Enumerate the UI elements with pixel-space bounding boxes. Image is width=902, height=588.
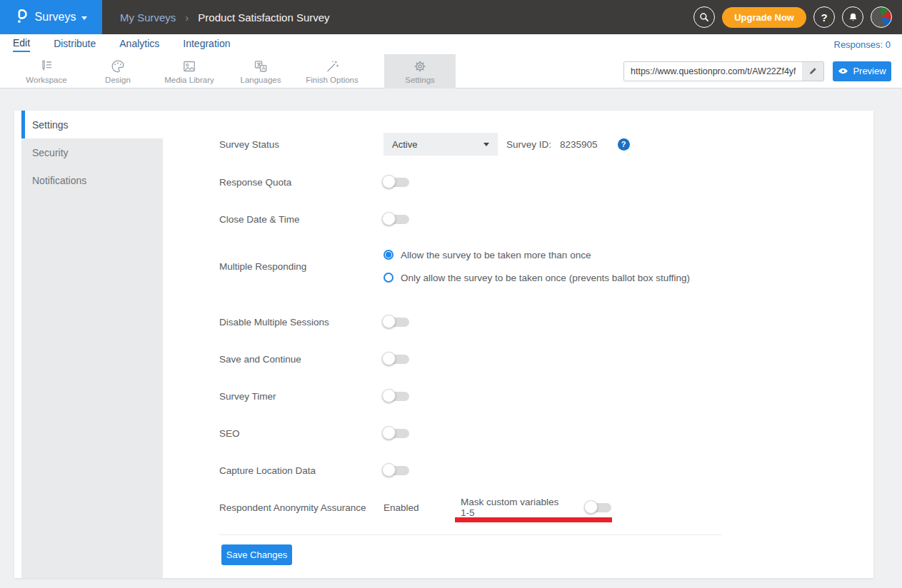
edit-toolbar: Workspace Design Media Library bbox=[0, 54, 902, 88]
edit-url-button[interactable] bbox=[802, 62, 823, 81]
chevron-down-icon bbox=[483, 143, 489, 146]
red-annotation-underline bbox=[455, 517, 612, 522]
tab-integration[interactable]: Integration bbox=[183, 38, 230, 51]
tab-distribute[interactable]: Distribute bbox=[54, 38, 96, 51]
anonymity-status: Enabled bbox=[384, 502, 461, 513]
question-mark-icon: ? bbox=[821, 11, 827, 24]
disable-multiple-sessions-row: Disable Multiple Sessions bbox=[219, 303, 873, 340]
preview-button[interactable]: Preview bbox=[833, 61, 891, 81]
save-and-continue-row: Save and Continue bbox=[219, 340, 873, 377]
survey-subnav: Edit Distribute Analytics Integration Re… bbox=[0, 34, 902, 54]
toolbar-item-label: Design bbox=[105, 76, 131, 84]
survey-timer-row: Survey Timer bbox=[219, 377, 873, 415]
close-date-time-row: Close Date & Time bbox=[219, 201, 873, 238]
seo-toggle[interactable] bbox=[384, 429, 409, 438]
toolbar-item-label: Settings bbox=[405, 76, 435, 84]
survey-status-label: Survey Status bbox=[219, 139, 384, 150]
multiple-responding-options: Allow the survey to be taken more than o… bbox=[384, 243, 690, 289]
notifications-button[interactable] bbox=[842, 6, 863, 28]
survey-id-label: Survey ID: bbox=[506, 139, 551, 150]
survey-status-dropdown[interactable]: Active bbox=[384, 133, 498, 156]
save-and-continue-toggle[interactable] bbox=[384, 355, 409, 364]
radio-selected-icon bbox=[384, 250, 394, 260]
toolbar-item-label: Languages bbox=[241, 76, 281, 84]
toolbar-item-label: Media Library bbox=[164, 76, 214, 84]
workspace-icon bbox=[39, 59, 54, 74]
survey-status-row: Survey Status Active Survey ID: 8235905 bbox=[219, 133, 873, 156]
bell-icon bbox=[848, 11, 858, 23]
response-quota-toggle[interactable] bbox=[384, 178, 409, 187]
mask-custom-variables-toggle[interactable] bbox=[586, 503, 611, 512]
breadcrumb: My Surveys › Product Satisfaction Survey bbox=[120, 11, 330, 24]
settings-card: Settings Security Notifications Survey S… bbox=[14, 111, 873, 578]
survey-timer-toggle[interactable] bbox=[384, 392, 409, 401]
survey-id-help-icon[interactable] bbox=[618, 138, 630, 151]
media-library-icon bbox=[181, 59, 197, 74]
product-label: Surveys bbox=[35, 11, 76, 24]
avatar[interactable] bbox=[871, 6, 892, 28]
survey-url-box bbox=[623, 61, 824, 81]
toolbar-item-languages[interactable]: A Languages bbox=[225, 54, 296, 88]
toolbar-item-finish-options[interactable]: Finish Options bbox=[296, 54, 368, 88]
settings-content: Settings Security Notifications Survey S… bbox=[0, 88, 902, 578]
toolbar-item-label: Workspace bbox=[26, 76, 66, 84]
eye-icon bbox=[838, 67, 848, 75]
chevron-down-icon bbox=[81, 16, 87, 20]
response-quota-row: Response Quota bbox=[219, 163, 873, 201]
toolbar-item-label: Finish Options bbox=[306, 76, 359, 84]
responses-count: Responses: 0 bbox=[834, 39, 891, 50]
disable-multiple-sessions-toggle[interactable] bbox=[384, 318, 409, 327]
questionpro-logo-icon bbox=[15, 9, 29, 26]
pencil-icon bbox=[808, 66, 818, 76]
settings-main: Survey Status Active Survey ID: 8235905 … bbox=[163, 111, 873, 578]
sidebar-item-settings[interactable]: Settings bbox=[21, 111, 163, 138]
preview-label: Preview bbox=[853, 66, 886, 76]
toolbar-right: Preview bbox=[623, 61, 891, 81]
capture-location-data-toggle[interactable] bbox=[384, 466, 409, 475]
respondent-anonymity-row: Respondent Anonymity Assurance Enabled M… bbox=[219, 489, 873, 526]
close-date-time-toggle[interactable] bbox=[384, 215, 409, 224]
survey-url-input[interactable] bbox=[624, 62, 802, 81]
top-bar: Surveys My Surveys › Product Satisfactio… bbox=[0, 0, 902, 34]
settings-gear-icon bbox=[412, 59, 428, 74]
toolbar-item-settings[interactable]: Settings bbox=[384, 54, 456, 88]
sidebar-item-security[interactable]: Security bbox=[21, 138, 163, 166]
sidebar-item-notifications[interactable]: Notifications bbox=[21, 166, 163, 194]
upgrade-now-button[interactable]: Upgrade Now bbox=[722, 7, 806, 28]
help-button[interactable]: ? bbox=[813, 6, 835, 28]
radio-only-once[interactable]: Only allow the survey to be taken once (… bbox=[384, 266, 690, 289]
settings-sidebar: Settings Security Notifications bbox=[21, 111, 163, 578]
languages-icon: A bbox=[253, 59, 269, 74]
breadcrumb-my-surveys[interactable]: My Surveys bbox=[120, 11, 176, 24]
topbar-actions: Upgrade Now ? bbox=[693, 6, 892, 28]
mask-custom-variables-label: Mask custom variables 1-5 bbox=[461, 497, 564, 518]
divider bbox=[219, 534, 721, 535]
design-palette-icon bbox=[110, 59, 126, 74]
toolbar-item-workspace[interactable]: Workspace bbox=[11, 54, 82, 88]
toolbar-items: Workspace Design Media Library bbox=[11, 54, 456, 88]
search-icon bbox=[698, 11, 710, 23]
survey-id-value: 8235905 bbox=[560, 139, 598, 150]
tab-analytics[interactable]: Analytics bbox=[119, 38, 159, 51]
finish-options-wand-icon bbox=[324, 59, 340, 74]
toolbar-item-media-library[interactable]: Media Library bbox=[154, 54, 225, 88]
search-button[interactable] bbox=[693, 6, 715, 28]
radio-unselected-icon bbox=[384, 273, 394, 283]
svg-text:A: A bbox=[262, 65, 266, 71]
radio-allow-multiple[interactable]: Allow the survey to be taken more than o… bbox=[384, 243, 690, 266]
toolbar-item-design[interactable]: Design bbox=[82, 54, 154, 88]
survey-status-value: Active bbox=[392, 139, 417, 150]
capture-location-data-row: Capture Location Data bbox=[219, 452, 873, 489]
seo-row: SEO bbox=[219, 415, 873, 452]
surveys-product-menu[interactable]: Surveys bbox=[0, 0, 102, 34]
multiple-responding-row: Multiple Responding Allow the survey to … bbox=[219, 238, 873, 295]
breadcrumb-current-survey: Product Satisfaction Survey bbox=[198, 11, 329, 24]
breadcrumb-separator-icon: › bbox=[185, 11, 189, 24]
tab-edit[interactable]: Edit bbox=[13, 37, 30, 52]
save-changes-button[interactable]: Save Changes bbox=[221, 544, 292, 565]
